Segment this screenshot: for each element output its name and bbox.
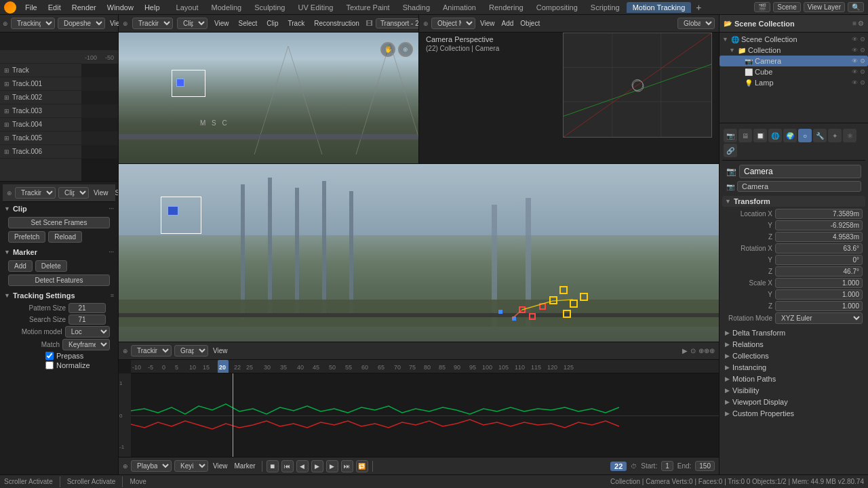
cube-eye-icon[interactable]: 👁 (852, 68, 858, 75)
rotation-mode-select[interactable]: XYZ Euler (775, 312, 863, 324)
clip-viewer-tracking-select[interactable]: Tracking (132, 18, 173, 29)
scene-collection-root[interactable]: ▼ 🌐 Scene Collection 👁 ⚙ (719, 34, 868, 45)
prop-icon-physics[interactable]: ⚛ (843, 129, 856, 142)
menu-help[interactable]: Help (140, 2, 165, 13)
clip-view-menu[interactable]: View (92, 188, 111, 197)
clip-section-options[interactable]: ··· (108, 205, 114, 212)
tab-rendering[interactable]: Rendering (483, 2, 530, 13)
scale-z-value[interactable]: 1.000 (775, 301, 863, 311)
viewport-display-header[interactable]: ▶ Viewport Display (722, 396, 865, 407)
jump-end-btn[interactable]: ⏭ (341, 460, 353, 472)
clip-viewer-type-select[interactable]: Clip (177, 18, 208, 29)
delete-marker-btn[interactable]: Delete (35, 260, 67, 272)
object-type-field[interactable]: Camera (737, 181, 861, 192)
graph-view-menu[interactable]: View (211, 346, 230, 355)
prop-icon-object[interactable]: ○ (798, 129, 812, 142)
custom-properties-header[interactable]: ▶ Custom Properties (722, 408, 865, 419)
camera-view-btn[interactable]: View (478, 19, 497, 28)
clip-tracking-select[interactable]: Tracking (15, 187, 56, 199)
menu-render[interactable]: Render (67, 2, 101, 13)
collection-settings-icon[interactable]: ⚙ (860, 47, 865, 54)
status-left[interactable]: Scroller Activate (4, 478, 53, 485)
camera-eye-icon[interactable]: 👁 (852, 58, 858, 64)
scale-x-value[interactable]: 1.000 (775, 278, 863, 288)
end-value[interactable]: 150 (695, 461, 715, 471)
prop-icon-modifier[interactable]: 🔧 (813, 129, 827, 142)
delta-transform-header[interactable]: ▶ Delta Transform (722, 327, 865, 338)
status-right[interactable]: Move (130, 478, 146, 485)
clip-select-menu[interactable]: Select (113, 188, 119, 197)
camera-add-btn[interactable]: Add (500, 19, 516, 28)
camera-view-select[interactable]: Object Mode (431, 18, 475, 29)
tab-compositing[interactable]: Compositing (530, 2, 584, 13)
video-area[interactable]: M S C 🖐 ⊕ (119, 33, 418, 163)
collections-header[interactable]: ▶ Collections (722, 350, 865, 361)
track-item[interactable]: ⊞ Track (0, 64, 81, 77)
prop-icon-render[interactable]: 📷 (724, 129, 737, 142)
match-select[interactable]: Keyframe (62, 339, 110, 350)
view-menu[interactable]: View (212, 19, 232, 28)
location-x-value[interactable]: 7.3589m (775, 209, 863, 219)
pattern-size-input[interactable] (68, 303, 106, 313)
rotation-y-value[interactable]: 0° (775, 255, 863, 265)
scene-settings-icon[interactable]: ⚙ (858, 20, 864, 27)
playback-view-menu[interactable]: View (211, 462, 230, 470)
scale-y-value[interactable]: 1.000 (775, 289, 863, 300)
step-back-btn[interactable]: ◀ (296, 460, 309, 472)
main-marker-y1[interactable] (549, 296, 557, 304)
tab-texture-paint[interactable]: Texture Paint (340, 2, 395, 13)
main-marker-r1[interactable] (519, 306, 526, 313)
prefetch-btn[interactable]: Prefetch (8, 231, 45, 243)
menu-window[interactable]: Window (102, 2, 138, 13)
clip-menu[interactable]: Clip (264, 19, 281, 28)
track-item[interactable]: ⊞ Track.005 (0, 131, 81, 145)
main-video-area[interactable] (119, 164, 719, 342)
menu-file[interactable]: File (20, 2, 42, 13)
transform-section-header[interactable]: ▼ Transform (722, 196, 865, 207)
marker-section-options[interactable]: ··· (108, 249, 114, 256)
playback-select[interactable]: Playback (131, 460, 172, 472)
dopesheet-type-select[interactable]: Dopesheet (58, 18, 105, 29)
camera-tree-item[interactable]: 📷 Camera 👁 ⚙ (719, 56, 868, 66)
graph-canvas[interactable]: -10 -5 0 5 10 15 20 22 25 30 3 (119, 360, 719, 457)
clip-type-select[interactable]: Clip (58, 187, 89, 199)
graph-controls-icon[interactable]: ⊙ (690, 347, 696, 354)
tab-layout[interactable]: Layout (170, 2, 205, 13)
jump-start-btn[interactable]: ⏮ (281, 460, 294, 472)
main-marker-b1[interactable] (512, 317, 516, 321)
relations-header[interactable]: ▶ Relations (722, 339, 865, 350)
lamp-eye-icon[interactable]: 👁 (852, 79, 858, 86)
tab-motion-tracking[interactable]: Motion Tracking (627, 2, 692, 13)
main-marker-y4[interactable] (563, 310, 571, 318)
tab-shading[interactable]: Shading (397, 2, 436, 13)
track-item[interactable]: ⊞ Track.001 (0, 77, 81, 91)
tracking-settings-options[interactable]: ≡ (111, 292, 114, 299)
graph-type-select[interactable]: Graph (174, 345, 208, 357)
step-forward-btn[interactable]: ▶ (326, 460, 338, 472)
prop-icon-constraints[interactable]: 🔗 (724, 144, 737, 157)
rotation-x-value[interactable]: 63.6° (775, 243, 863, 253)
keyframe-area[interactable]: -100 -50 0 50 100 150 22 (81, 50, 118, 181)
active-marker[interactable] (176, 79, 184, 87)
tab-add[interactable]: + (692, 2, 705, 13)
normalize-checkbox[interactable] (45, 361, 54, 369)
tab-sculpting[interactable]: Sculpting (248, 2, 291, 13)
view-layer-selector[interactable]: View Layer (804, 2, 845, 12)
main-marker-r2[interactable] (529, 313, 536, 320)
engine-select[interactable]: 🎬 (754, 2, 770, 12)
scene-filter-icon[interactable]: ≡ (852, 20, 856, 27)
camera-settings-icon[interactable]: ⚙ (860, 58, 865, 64)
track-item[interactable]: ⊞ Track.006 (0, 145, 81, 159)
graph-more-icon[interactable]: ⊕⊕⊕ (698, 347, 715, 354)
start-value[interactable]: 1 (661, 461, 673, 471)
track-item[interactable]: ⊞ Track.003 (0, 104, 81, 118)
select-menu[interactable]: Select (236, 19, 260, 28)
menu-edit[interactable]: Edit (43, 2, 66, 13)
main-marker-b2[interactable] (498, 310, 502, 314)
clip-ctrl-1[interactable]: 🖐 (380, 42, 395, 57)
location-z-value[interactable]: 4.9583m (775, 232, 863, 242)
playback-marker-menu[interactable]: Marker (233, 462, 258, 470)
main-marker-r3[interactable] (539, 303, 546, 310)
prop-icon-particles[interactable]: ✦ (828, 129, 842, 142)
lamp-settings-icon[interactable]: ⚙ (860, 79, 865, 86)
